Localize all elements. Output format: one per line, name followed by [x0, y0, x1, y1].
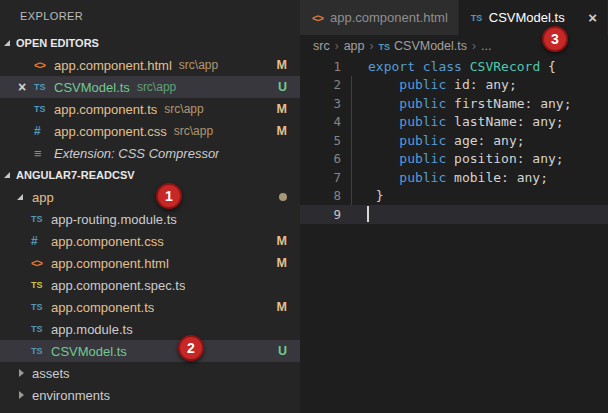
chevron-expanded-icon	[17, 194, 32, 200]
code-line-text: public id: any;	[341, 77, 517, 92]
code-token	[368, 96, 399, 111]
open-editor-label: app.component.css	[54, 124, 167, 139]
open-editor-label: Extension: CSS Compressor	[54, 146, 219, 161]
code-token	[368, 170, 399, 185]
line-number: 1	[300, 59, 341, 74]
html-file-icon: <>	[312, 12, 330, 24]
line-number: 8	[300, 188, 341, 203]
code-token	[368, 114, 399, 129]
explorer-title: EXPLORER	[0, 0, 300, 32]
code-token: lastName: any;	[446, 114, 563, 129]
tree-item-browserslist[interactable]: ≡browserslist	[0, 406, 300, 413]
code-line-6[interactable]: 6 public position: any;	[300, 150, 608, 169]
breadcrumb-segment-app[interactable]: app	[344, 39, 365, 53]
open-editor-item-extension-css-compressor[interactable]: ≡Extension: CSS Compressor	[0, 142, 300, 164]
tree-item-app-module-ts[interactable]: TSapp.module.ts	[0, 318, 300, 340]
annotation-badge-3: 3	[542, 26, 568, 52]
breadcrumb-label: app	[344, 39, 365, 53]
breadcrumb-separator-icon: ›	[472, 39, 476, 53]
tree-item-label: assets	[32, 366, 70, 381]
annotation-number: 2	[187, 340, 195, 356]
code-token	[368, 77, 399, 92]
tab-label: CSVModel.ts	[489, 10, 565, 25]
open-editors-header-label: OPEN EDITORS	[16, 37, 99, 49]
code-line-text: public firstName: any;	[341, 96, 572, 111]
tree-item-app-component-spec-ts[interactable]: TSapp.component.spec.ts	[0, 274, 300, 296]
chevron-collapsed-icon	[17, 369, 32, 377]
code-line-9[interactable]: 9	[300, 205, 608, 224]
breadcrumb-label: src	[313, 39, 330, 53]
code-line-3[interactable]: 3 public firstName: any;	[300, 94, 608, 113]
open-editors-header[interactable]: OPEN EDITORS	[0, 32, 300, 54]
breadcrumb-segment-[interactable]: ...	[481, 39, 491, 53]
breadcrumb-label: ...	[481, 39, 491, 53]
code-token: }	[368, 188, 384, 203]
tree-item-environments[interactable]: environments	[0, 384, 300, 406]
code-line-text: }	[341, 188, 384, 203]
project-root-header[interactable]: ANGULAR7-READCSV	[0, 164, 300, 186]
code-line-text: export class CSVRecord {	[341, 59, 556, 74]
git-status-badge: U	[278, 344, 287, 358]
code-line-1[interactable]: 1export class CSVRecord {	[300, 57, 608, 76]
breadcrumb-segment-src[interactable]: src	[313, 39, 330, 53]
code-token: id: any;	[446, 77, 516, 92]
breadcrumb-segment-csvmodel-ts[interactable]: TSCSVModel.ts	[379, 39, 467, 53]
tab-csvmodel-ts[interactable]: TSCSVModel.ts×	[459, 0, 608, 35]
html-file-icon: <>	[31, 257, 51, 269]
code-token: public	[399, 133, 446, 148]
code-line-7[interactable]: 7 public mobile: any;	[300, 168, 608, 187]
open-editor-item-app-component-css[interactable]: #app.component.csssrc\appM	[0, 120, 300, 142]
close-tab-icon[interactable]: ×	[578, 9, 597, 26]
code-line-4[interactable]: 4 public lastName: any;	[300, 113, 608, 132]
tree-item-app-component-ts[interactable]: TSapp.component.tsM	[0, 296, 300, 318]
code-token: public	[399, 77, 446, 92]
code-line-5[interactable]: 5 public age: any;	[300, 131, 608, 150]
tree-item-label: app.component.html	[51, 256, 169, 271]
annotation-number: 3	[551, 31, 559, 47]
close-editor-icon[interactable]: ×	[18, 80, 34, 94]
tree-item-app-routing-module-ts[interactable]: TSapp-routing.module.ts	[0, 208, 300, 230]
git-status-badge: U	[278, 80, 287, 94]
tree-item-label: browserslist	[37, 410, 106, 413]
tree-item-assets[interactable]: assets	[0, 362, 300, 384]
code-token: export	[368, 59, 415, 74]
typescript-spec-file-icon: TS	[31, 280, 51, 290]
line-number: 3	[300, 96, 341, 111]
tree-item-label: app	[32, 190, 54, 205]
open-editor-label: app.component.html	[54, 58, 172, 73]
chevron-collapsed-icon	[17, 391, 32, 399]
typescript-file-icon: TS	[34, 82, 54, 92]
indent-guide	[351, 76, 352, 206]
open-editor-path: src\app	[174, 124, 213, 138]
git-status-badge: M	[277, 124, 287, 138]
typescript-file-icon: TS	[379, 42, 391, 52]
vscode-window: EXPLORER OPEN EDITORS <>app.component.ht…	[0, 0, 608, 413]
code-token: public	[399, 96, 446, 111]
open-editor-item-app-component-html[interactable]: <>app.component.htmlsrc\appM	[0, 54, 300, 76]
css-file-icon: #	[34, 124, 54, 138]
tree-item-app-component-css[interactable]: #app.component.cssM	[0, 230, 300, 252]
code-line-8[interactable]: 8 }	[300, 187, 608, 206]
open-editor-item-app-component-ts[interactable]: TSapp.component.tssrc\appM	[0, 98, 300, 120]
css-file-icon: #	[31, 234, 51, 248]
tab-app-component-html[interactable]: <>app.component.html	[300, 0, 459, 35]
tree-item-label: app.component.ts	[51, 300, 154, 315]
tree-item-app[interactable]: app	[0, 186, 300, 208]
tree-item-app-component-html[interactable]: <>app.component.htmlM	[0, 252, 300, 274]
code-token: public	[399, 151, 446, 166]
code-line-text: public age: any;	[341, 133, 525, 148]
git-status-badge: M	[277, 58, 287, 72]
file-tree: appTSapp-routing.module.ts#app.component…	[0, 186, 300, 413]
tree-item-csvmodel-ts[interactable]: TSCSVModel.tsU	[0, 340, 300, 362]
open-editor-label: CSVModel.ts	[54, 80, 130, 95]
code-token: public	[399, 114, 446, 129]
html-file-icon: <>	[34, 59, 54, 71]
code-token: CSVRecord	[470, 59, 540, 74]
typescript-file-icon: TS	[31, 214, 51, 224]
breadcrumb-separator-icon: ›	[335, 39, 339, 53]
code-line-2[interactable]: 2 public id: any;	[300, 76, 608, 95]
breadcrumb-separator-icon: ›	[370, 39, 374, 53]
open-editor-item-csvmodel-ts[interactable]: ×TSCSVModel.tssrc\appU	[0, 76, 300, 98]
explorer-sidebar: EXPLORER OPEN EDITORS <>app.component.ht…	[0, 0, 300, 413]
code-editor[interactable]: 1export class CSVRecord {2 public id: an…	[300, 57, 608, 224]
